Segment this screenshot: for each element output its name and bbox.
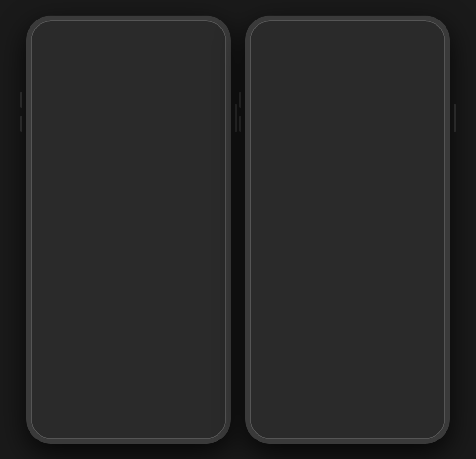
wifi-icon: 📶 [198, 30, 208, 39]
full-cal-days: 27初一 28十二 29十三 30十四 1中秋节 2十六 3十七 [262, 73, 433, 171]
cal-day-31: 31万圣节 [190, 72, 214, 85]
app-label-files: 文件 [53, 237, 64, 244]
cal-title: 2020 / 10 · 44 [108, 52, 149, 59]
app-twitter[interactable]: 🐦 Twitter [84, 206, 126, 244]
signal-icon-r: ▲▲▲ [399, 31, 415, 37]
app-label-photos: 照片 [147, 286, 157, 293]
app-label-quantumult: Quantumult [45, 189, 72, 195]
cal-prev[interactable]: ‹ [43, 51, 46, 60]
app-row2: 📁 文件 🐦 Twitter YouTube 🐧 [38, 206, 219, 244]
vol-down-button-r[interactable] [239, 116, 241, 132]
app-files[interactable]: 📁 文件 [38, 206, 79, 244]
widget-label: 小历 [31, 148, 226, 157]
app-label-appstore: App Store [94, 286, 117, 292]
app-photos[interactable]: 🌅 照片 [131, 254, 173, 293]
cal-info: 10月30日 第44周 庚子(鼠)年 九月十四 [43, 88, 214, 95]
cal-info-bar [43, 88, 45, 95]
svg-rect-13 [170, 227, 174, 372]
cal-days: 25重阳节 26初一 27十一 28十二 29十三 30十四 3 [43, 72, 214, 85]
app-label-qq: QQ [194, 237, 202, 243]
full-cal-title: 2020 / 10 · 44 [327, 52, 368, 59]
dock-phone[interactable]: 📞 [52, 397, 80, 425]
vol-up-button-r[interactable] [239, 92, 241, 108]
power-button-r[interactable] [454, 104, 456, 132]
app-settings[interactable]: ⚙️ 设置 [178, 254, 219, 293]
full-cal-weekdays: 周日 周一 周二 周三 周四 周五 周六 [262, 64, 433, 71]
full-cal-info: 10月30日 第44周 庚子(鼠)年 九月十四 [262, 175, 433, 182]
dock-almighty-r[interactable]: A [312, 397, 341, 425]
status-icons: ▲▲▲ 📶 🔋 [180, 30, 217, 39]
app-qq[interactable]: 🐧 QQ [178, 206, 219, 244]
signal-icon: ▲▲▲ [180, 31, 196, 37]
dock-phone-r[interactable]: 📞 [271, 397, 299, 425]
cal-day-25: 25重阳节 [43, 72, 67, 85]
app-row3: ⬛ 快捷指令 App Store 🌅 照片 [38, 254, 219, 293]
cal-weekdays: 周日 周一 周二 周三 周四 周五 周六 [43, 63, 214, 70]
page-indicator-r [346, 385, 349, 388]
app-shortcuts[interactable]: ⬛ 快捷指令 [38, 254, 79, 293]
cal-day-27: 27十一 [92, 72, 116, 85]
full-cal-prev[interactable]: ‹ [262, 51, 265, 60]
cal-next[interactable]: › [211, 51, 214, 60]
status-time-r: 21:13 [259, 30, 278, 39]
widget-label-right: 小历 [250, 301, 445, 310]
app-youtube[interactable]: YouTube [131, 206, 173, 244]
dock: 📞 A 💬 🌸 [38, 390, 219, 432]
app-quantumult[interactable]: 🔲 ⬛ t 🔵 Quantumult [38, 157, 79, 195]
cal-day-30-today: 30十四 [171, 72, 184, 85]
dock-right: 📞 A 💬 🌸 [257, 390, 438, 432]
dock-almighty[interactable]: A [93, 397, 122, 425]
svg-rect-8 [120, 230, 124, 372]
app-label-shadow: Shadowrocket [135, 189, 169, 195]
vol-down-button[interactable] [20, 116, 22, 132]
app-label-settings: 设置 [193, 286, 204, 293]
notch-r [312, 20, 383, 36]
phone-right: 21:13 ▲▲▲ 📶 🔋 ‹ 2020 / 10 · 44 › 周日 周一 周… [245, 16, 450, 444]
app-label-shortcuts: 快捷指令 [48, 286, 69, 293]
phone-screen-left: 21:13 ▲▲▲ 📶 🔋 ‹ 2020 / 10 · 44 › 周日 周一 周… [31, 20, 226, 439]
notch [93, 20, 164, 36]
cal-day-29: 29十三 [141, 72, 165, 85]
full-calendar: ‹ 2020 / 10 · 44 › 周日 周一 周二 周三 周四 周五 周六 … [257, 47, 438, 187]
app-appstore[interactable]: App Store [84, 254, 126, 293]
svg-rect-3 [73, 225, 77, 372]
power-button[interactable] [235, 104, 237, 132]
battery-icon-r: 🔋 [429, 31, 436, 37]
app-row1: 🔲 ⬛ t 🔵 Quantumult — HTTP Catcher 🚀 [38, 157, 219, 195]
wifi-icon-r: 📶 [417, 30, 426, 39]
full-cal-next[interactable]: › [430, 51, 433, 60]
full-cal-header: ‹ 2020 / 10 · 44 › [262, 51, 433, 60]
battery-icon: 🔋 [210, 31, 217, 37]
cal-header: ‹ 2020 / 10 · 44 › [43, 51, 214, 60]
page-indicator [127, 385, 130, 388]
cal-day-28: 28十二 [117, 72, 140, 85]
app-http-catcher[interactable]: — HTTP Catcher [84, 157, 126, 195]
app-label-http: HTTP Catcher [89, 189, 122, 195]
status-icons-r: ▲▲▲ 📶 🔋 [399, 30, 436, 39]
phone-screen-right: 21:13 ▲▲▲ 📶 🔋 ‹ 2020 / 10 · 44 › 周日 周一 周… [250, 20, 445, 439]
full-cal-info-bar [262, 175, 264, 182]
phone-left: 21:13 ▲▲▲ 📶 🔋 ‹ 2020 / 10 · 44 › 周日 周一 周… [26, 16, 231, 444]
vol-up-button[interactable] [20, 92, 22, 108]
dock-weibo[interactable]: 🌸 [177, 397, 205, 425]
dock-weibo-r[interactable]: 🌸 [396, 397, 424, 425]
status-time: 21:13 [40, 30, 59, 39]
cal-day-26: 26初一 [68, 72, 91, 85]
dock-wechat-r[interactable]: 💬 [354, 397, 383, 425]
app-empty [178, 157, 219, 195]
calendar-widget: ‹ 2020 / 10 · 44 › 周日 周一 周二 周三 周四 周五 周六 … [38, 47, 219, 100]
dock-wechat[interactable]: 💬 [135, 397, 164, 425]
app-shadowrocket[interactable]: 🚀 Shadowrocket [131, 157, 173, 195]
app-label-youtube: YouTube [141, 237, 162, 243]
app-label-twitter: Twitter [98, 237, 113, 243]
